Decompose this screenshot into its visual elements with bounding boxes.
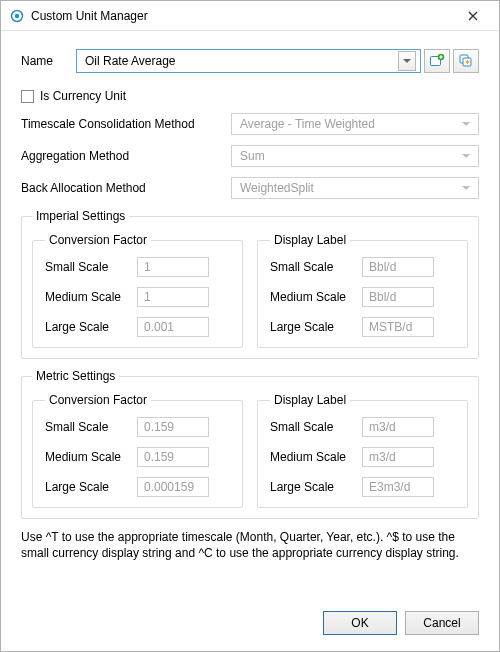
met-disp-small-input[interactable]	[362, 417, 434, 437]
imperial-display-legend: Display Label	[270, 233, 350, 247]
metric-conversion-group: Conversion Factor Small Scale Medium Sca…	[32, 393, 243, 508]
back-allocation-value: WeightedSplit	[240, 181, 314, 195]
imp-conv-small-input[interactable]	[137, 257, 209, 277]
imperial-conversion-group: Conversion Factor Small Scale Medium Sca…	[32, 233, 243, 348]
dialog-window: Custom Unit Manager Name Oil Rate Averag…	[0, 0, 500, 652]
metric-conversion-legend: Conversion Factor	[45, 393, 151, 407]
imperial-legend: Imperial Settings	[32, 209, 129, 223]
met-disp-large-label: Large Scale	[270, 480, 362, 494]
is-currency-label: Is Currency Unit	[40, 89, 126, 103]
imp-conv-large-label: Large Scale	[45, 320, 137, 334]
close-button[interactable]	[453, 4, 493, 28]
aggregation-value: Sum	[240, 149, 265, 163]
met-disp-medium-label: Medium Scale	[270, 450, 362, 464]
name-dropdown-button[interactable]	[398, 51, 416, 71]
imp-conv-large-input[interactable]	[137, 317, 209, 337]
button-bar: OK Cancel	[1, 599, 499, 651]
met-conv-large-input[interactable]	[137, 477, 209, 497]
met-conv-medium-label: Medium Scale	[45, 450, 137, 464]
met-disp-large-input[interactable]	[362, 477, 434, 497]
name-row: Name Oil Rate Average	[21, 49, 479, 73]
timescale-dropdown-button	[458, 115, 474, 133]
met-disp-medium-input[interactable]	[362, 447, 434, 467]
back-allocation-label: Back Allocation Method	[21, 181, 231, 195]
imp-conv-medium-label: Medium Scale	[45, 290, 137, 304]
is-currency-row[interactable]: Is Currency Unit	[21, 89, 479, 103]
imp-disp-medium-input[interactable]	[362, 287, 434, 307]
metric-group: Metric Settings Conversion Factor Small …	[21, 369, 479, 519]
timescale-row: Timescale Consolidation Method Average -…	[21, 113, 479, 135]
metric-display-legend: Display Label	[270, 393, 350, 407]
met-conv-large-label: Large Scale	[45, 480, 137, 494]
timescale-select: Average - Time Weighted	[231, 113, 479, 135]
imp-disp-large-input[interactable]	[362, 317, 434, 337]
back-allocation-dropdown-button	[458, 179, 474, 197]
hint-text: Use ^T to use the appropriate timescale …	[21, 529, 479, 561]
imp-disp-large-label: Large Scale	[270, 320, 362, 334]
chevron-down-icon	[462, 154, 470, 158]
aggregation-select: Sum	[231, 145, 479, 167]
close-icon	[468, 11, 478, 21]
aggregation-row: Aggregation Method Sum	[21, 145, 479, 167]
timescale-label: Timescale Consolidation Method	[21, 117, 231, 131]
imp-conv-small-label: Small Scale	[45, 260, 137, 274]
aggregation-dropdown-button	[458, 147, 474, 165]
chevron-down-icon	[462, 122, 470, 126]
titlebar: Custom Unit Manager	[1, 1, 499, 31]
window-title: Custom Unit Manager	[31, 9, 453, 23]
met-conv-medium-input[interactable]	[137, 447, 209, 467]
met-conv-small-input[interactable]	[137, 417, 209, 437]
is-currency-checkbox[interactable]	[21, 90, 34, 103]
imp-disp-medium-label: Medium Scale	[270, 290, 362, 304]
cancel-button[interactable]: Cancel	[405, 611, 479, 635]
add-unit-button[interactable]	[424, 49, 450, 73]
ok-button[interactable]: OK	[323, 611, 397, 635]
imp-disp-small-input[interactable]	[362, 257, 434, 277]
svg-point-1	[15, 13, 19, 17]
metric-display-group: Display Label Small Scale Medium Scale L…	[257, 393, 468, 508]
back-allocation-select: WeightedSplit	[231, 177, 479, 199]
imp-disp-small-label: Small Scale	[270, 260, 362, 274]
chevron-down-icon	[462, 186, 470, 190]
duplicate-unit-button[interactable]	[453, 49, 479, 73]
met-conv-small-label: Small Scale	[45, 420, 137, 434]
content-area: Name Oil Rate Average	[1, 31, 499, 599]
imp-conv-medium-input[interactable]	[137, 287, 209, 307]
imperial-group: Imperial Settings Conversion Factor Smal…	[21, 209, 479, 359]
name-select[interactable]: Oil Rate Average	[76, 49, 421, 73]
timescale-value: Average - Time Weighted	[240, 117, 375, 131]
name-label: Name	[21, 54, 76, 68]
name-value: Oil Rate Average	[85, 54, 176, 68]
aggregation-label: Aggregation Method	[21, 149, 231, 163]
app-icon	[9, 8, 25, 24]
met-disp-small-label: Small Scale	[270, 420, 362, 434]
back-allocation-row: Back Allocation Method WeightedSplit	[21, 177, 479, 199]
imperial-conversion-legend: Conversion Factor	[45, 233, 151, 247]
imperial-display-group: Display Label Small Scale Medium Scale L…	[257, 233, 468, 348]
duplicate-unit-icon	[458, 53, 474, 69]
metric-legend: Metric Settings	[32, 369, 119, 383]
chevron-down-icon	[403, 59, 411, 63]
add-unit-icon	[429, 53, 445, 69]
